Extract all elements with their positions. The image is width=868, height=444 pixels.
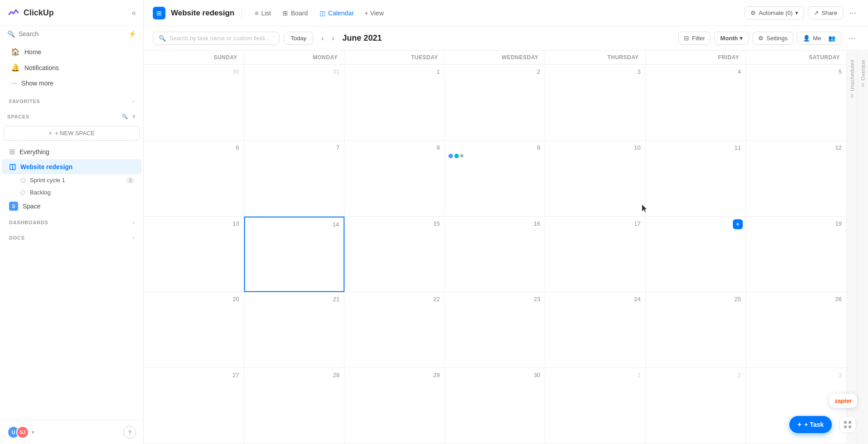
sprint-cycle-label: Sprint cycle 1 <box>30 177 65 184</box>
help-button[interactable]: ? <box>123 426 136 439</box>
cal-cell-jun21[interactable]: 21 <box>244 292 344 368</box>
spaces-header-icons: 🔍 ∨ <box>122 113 136 119</box>
settings-button[interactable]: ⚙ Settings <box>752 32 793 45</box>
cal-cell-jun29[interactable]: 29 <box>344 368 445 444</box>
month-view-button[interactable]: Month ▾ <box>714 32 749 45</box>
cal-cell-jul2[interactable]: 2 <box>646 368 746 444</box>
cal-cell-jun12[interactable]: 12 <box>746 141 846 217</box>
cal-cell-jun13[interactable]: 13 <box>144 217 244 293</box>
more-options-button[interactable]: ··· <box>847 5 859 20</box>
sidebar-collapse-button[interactable]: « <box>132 8 136 18</box>
plus-icon: + <box>49 130 52 137</box>
search-input[interactable] <box>19 30 125 38</box>
cal-cell-jun5[interactable]: 5 <box>746 65 846 141</box>
cal-cell-jun28[interactable]: 28 <box>244 368 344 444</box>
cal-cell-jun8[interactable]: 8 <box>344 141 445 217</box>
dot-icon <box>21 178 25 183</box>
cal-cell-jun10[interactable]: 10 <box>545 141 646 217</box>
sidebar-search[interactable]: 🔍 ⚡ <box>0 26 143 42</box>
cal-cell-may30[interactable]: 30 <box>144 65 244 141</box>
sidebar-item-notifications[interactable]: 🔔 Notifications <box>4 60 140 76</box>
cal-cell-jun3[interactable]: 3 <box>545 65 646 141</box>
cal-cell-jun26[interactable]: 26 <box>746 292 846 368</box>
cal-cell-jun4[interactable]: 4 <box>646 65 746 141</box>
dashboards-label: DASHBOARDS <box>9 220 48 225</box>
calendar-search[interactable]: 🔍 Search by task name or custom field... <box>153 32 279 45</box>
cal-cell-jun18[interactable]: 18 + <box>646 217 746 293</box>
cal-cell-jun30[interactable]: 30 <box>445 368 545 444</box>
apps-button[interactable] <box>839 416 856 433</box>
cal-cell-jun6[interactable]: 6 <box>144 141 244 217</box>
sidebar-nav: 🏠 Home 🔔 Notifications ··· Show more <box>0 42 143 93</box>
cal-cell-jun15[interactable]: 15 <box>344 217 445 293</box>
tab-board[interactable]: ⊞ Board <box>277 7 313 19</box>
prev-month-button[interactable]: ‹ <box>318 32 327 45</box>
sidebar-item-sprint-cycle[interactable]: Sprint cycle 1 3 <box>2 174 142 186</box>
user-area[interactable]: U SJ ▾ <box>7 426 34 439</box>
sidebar-item-home[interactable]: 🏠 Home <box>4 44 140 60</box>
cal-cell-jun1[interactable]: 1 <box>344 65 445 141</box>
board-icon: ◫ <box>9 162 16 171</box>
unscheduled-label: Unscheduled <box>849 60 855 91</box>
project-title: Website redesign <box>171 9 234 18</box>
sidebar-header: ClickUp « <box>0 0 143 26</box>
cal-cell-jun9[interactable]: 9 <box>445 141 545 217</box>
add-view-button[interactable]: + View <box>360 7 388 19</box>
cal-cell-jun27[interactable]: 27 <box>144 368 244 444</box>
dashboards-section[interactable]: DASHBOARDS › <box>2 216 142 229</box>
sidebar-item-backlog[interactable]: Backlog <box>2 186 142 198</box>
cal-cell-jun22[interactable]: 22 <box>344 292 445 368</box>
add-task-quick-button[interactable]: + <box>733 219 743 229</box>
cal-cell-jun2[interactable]: 2 <box>445 65 545 141</box>
sidebar-item-website-redesign[interactable]: ◫ Website redesign <box>2 159 142 174</box>
today-button[interactable]: Today <box>284 32 313 45</box>
add-task-button[interactable]: + + Task <box>789 416 832 433</box>
cal-cell-jun23[interactable]: 23 <box>445 292 545 368</box>
person-icon: 👤 <box>803 35 810 42</box>
search-spaces-icon[interactable]: 🔍 <box>122 113 128 119</box>
cal-cell-jun25[interactable]: 25 <box>646 292 746 368</box>
sidebar-item-space[interactable]: S Space <box>2 198 142 214</box>
me-separator: · <box>824 35 826 42</box>
sidebar-item-everything[interactable]: ⊞ Everything <box>2 144 142 159</box>
cal-cell-jun14-today[interactable]: 14 <box>244 217 344 293</box>
cal-cell-jun20[interactable]: 20 <box>144 292 244 368</box>
cal-cell-jun24[interactable]: 24 <box>545 292 646 368</box>
user-dropdown-icon[interactable]: ▾ <box>32 429 34 435</box>
tab-calendar[interactable]: ◫ Calendar <box>314 7 359 19</box>
chevron-right-icon: › <box>132 98 134 104</box>
svg-rect-3 <box>849 425 851 428</box>
cal-cell-jun17[interactable]: 17 <box>545 217 646 293</box>
cal-cell-jul1[interactable]: 1 <box>545 368 646 444</box>
svg-rect-1 <box>849 421 851 424</box>
tab-list[interactable]: ≡ List <box>249 7 276 19</box>
share-button[interactable]: ↗ Share <box>808 6 843 19</box>
me-button[interactable]: 👤 Me · 👥 <box>797 32 841 45</box>
calendar-toolbar: 🔍 Search by task name or custom field...… <box>144 26 868 51</box>
calendar-grid: 30 31 1 2 3 4 5 6 7 8 9 <box>144 65 846 444</box>
favorites-section[interactable]: FAVORITES › <box>2 94 142 108</box>
home-icon: 🏠 <box>11 47 20 56</box>
cal-cell-jun19[interactable]: 19 <box>746 217 846 293</box>
new-space-button[interactable]: + + NEW SPACE <box>4 126 140 141</box>
sidebar-item-show-more[interactable]: ··· Show more <box>4 76 140 91</box>
calendar-main: Sunday Monday Tuesday Wednesday Thursday… <box>144 51 846 444</box>
cal-cell-may31[interactable]: 31 <box>244 65 344 141</box>
cal-cell-jun7[interactable]: 7 <box>244 141 344 217</box>
header-right: ⚙ Automate (0) ▾ ↗ Share ··· <box>745 5 859 20</box>
svg-rect-2 <box>844 425 847 428</box>
cal-cell-jun16[interactable]: 16 <box>445 217 545 293</box>
view-tabs: ≡ List ⊞ Board ◫ Calendar + View <box>249 7 388 19</box>
filter-button[interactable]: ⊟ Filter <box>678 32 711 45</box>
logo[interactable]: ClickUp <box>7 6 54 19</box>
avatar-sj: SJ <box>16 426 29 439</box>
automate-button[interactable]: ⚙ Automate (0) ▾ <box>745 6 804 19</box>
cal-cell-jun11[interactable]: 11 <box>646 141 746 217</box>
zapier-badge[interactable]: zapier <box>829 394 857 408</box>
dot-icon-backlog <box>21 190 25 195</box>
docs-section[interactable]: DOCS › <box>2 231 142 245</box>
next-month-button[interactable]: › <box>328 32 338 45</box>
spaces-header[interactable]: SPACES 🔍 ∨ <box>7 113 136 119</box>
chevron-down-icon[interactable]: ∨ <box>132 113 136 119</box>
more-cal-options-button[interactable]: ··· <box>845 31 859 46</box>
